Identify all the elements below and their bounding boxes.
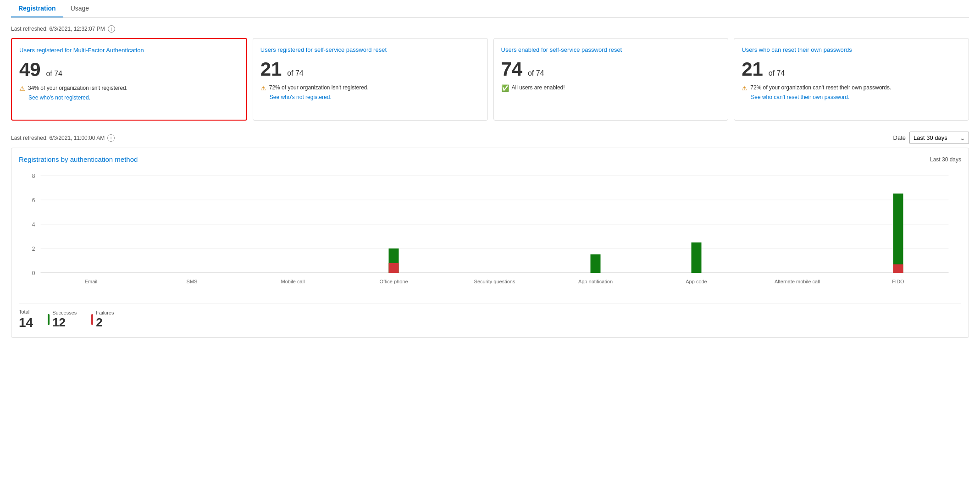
bar-appnotif-success bbox=[591, 254, 601, 273]
chart-section: Registrations by authentication method L… bbox=[11, 148, 969, 338]
svg-text:Security questions: Security questions bbox=[474, 279, 515, 284]
chart-footer: Total 14 Successes 12 Failures 2 bbox=[19, 303, 961, 330]
date-filter-row: Date Last 30 days Last 7 days Last 24 ho… bbox=[893, 132, 969, 144]
warn-icon-sspr: ⚠ bbox=[260, 84, 266, 92]
card-mfa: Users registered for Multi-Factor Authen… bbox=[11, 38, 247, 121]
card-sspr-title[interactable]: Users registered for self-service passwo… bbox=[260, 46, 480, 54]
failure-color bbox=[91, 314, 93, 325]
card-reset-warning: ⚠ 72% of your organization can't reset t… bbox=[742, 84, 961, 92]
card-enabled-count: 74 of 74 bbox=[501, 60, 721, 79]
total-value: 14 bbox=[19, 315, 33, 330]
warn-icon-reset: ⚠ bbox=[742, 84, 747, 92]
card-enabled-title[interactable]: Users enabled for self-service password … bbox=[501, 46, 721, 54]
success-label: Successes bbox=[52, 310, 77, 315]
chart-date-range: Last 30 days bbox=[930, 156, 961, 163]
card-sspr-link[interactable]: See who's not registered. bbox=[270, 94, 332, 100]
success-value: 12 bbox=[52, 315, 77, 330]
bar-fido-success bbox=[893, 193, 903, 273]
svg-text:0: 0 bbox=[32, 270, 35, 276]
card-reset-link[interactable]: See who can't reset their own password. bbox=[751, 94, 849, 100]
last-refreshed-top: Last refreshed: 6/3/2021, 12:32:07 PM i bbox=[11, 25, 969, 33]
svg-text:6: 6 bbox=[32, 197, 35, 204]
bar-appcode-success bbox=[692, 243, 702, 273]
svg-text:SMS: SMS bbox=[187, 279, 198, 284]
svg-text:FIDO: FIDO bbox=[892, 279, 904, 284]
bar-chart-svg: 8 6 4 2 0 bbox=[19, 169, 961, 292]
svg-text:Mobile call: Mobile call bbox=[281, 279, 305, 284]
tab-registration[interactable]: Registration bbox=[11, 0, 63, 17]
warn-icon-mfa: ⚠ bbox=[19, 85, 25, 92]
success-icon-enabled: ✅ bbox=[501, 84, 509, 92]
svg-text:2: 2 bbox=[32, 246, 35, 252]
card-reset: Users who can reset their own passwords … bbox=[734, 38, 969, 121]
card-mfa-link[interactable]: See who's not registered. bbox=[28, 94, 90, 101]
svg-text:8: 8 bbox=[32, 173, 35, 179]
card-enabled-success: ✅ All users are enabled! bbox=[501, 84, 721, 92]
card-sspr: Users registered for self-service passwo… bbox=[253, 38, 488, 121]
date-label: Date bbox=[893, 134, 906, 141]
total-stat: Total 14 bbox=[19, 309, 33, 330]
failure-label: Failures bbox=[96, 310, 114, 315]
svg-text:Alternate mobile call: Alternate mobile call bbox=[775, 279, 820, 284]
card-mfa-count: 49 of 74 bbox=[19, 60, 239, 79]
failure-legend: Failures 2 bbox=[91, 310, 114, 330]
svg-text:App code: App code bbox=[686, 279, 707, 284]
svg-text:App notification: App notification bbox=[578, 279, 613, 284]
success-legend: Successes 12 bbox=[48, 310, 77, 330]
card-mfa-warning: ⚠ 34% of your organization isn't registe… bbox=[19, 85, 239, 92]
card-sspr-warning: ⚠ 72% of your organization isn't registe… bbox=[260, 84, 480, 92]
card-enabled: Users enabled for self-service password … bbox=[493, 38, 729, 121]
bar-office-failure bbox=[389, 263, 399, 273]
tab-usage[interactable]: Usage bbox=[63, 0, 96, 17]
date-select-wrapper: Last 30 days Last 7 days Last 24 hours bbox=[909, 132, 969, 144]
card-reset-title[interactable]: Users who can reset their own passwords bbox=[742, 46, 961, 54]
card-sspr-count: 21 of 74 bbox=[260, 60, 480, 79]
success-color bbox=[48, 314, 50, 325]
card-mfa-title[interactable]: Users registered for Multi-Factor Authen… bbox=[19, 46, 239, 55]
bar-fido-failure bbox=[893, 264, 903, 273]
failure-value: 2 bbox=[96, 315, 114, 330]
chart-title: Registrations by authentication method bbox=[19, 155, 138, 163]
chart-header: Registrations by authentication method L… bbox=[19, 155, 961, 163]
date-select[interactable]: Last 30 days Last 7 days Last 24 hours bbox=[909, 132, 969, 144]
svg-text:Office phone: Office phone bbox=[379, 279, 408, 284]
svg-text:Email: Email bbox=[85, 279, 98, 284]
info-icon-top[interactable]: i bbox=[108, 25, 115, 33]
summary-cards: Users registered for Multi-Factor Authen… bbox=[11, 38, 969, 121]
svg-text:4: 4 bbox=[32, 221, 35, 228]
total-label: Total bbox=[19, 309, 33, 314]
tabs-row: Registration Usage bbox=[11, 0, 969, 18]
card-reset-count: 21 of 74 bbox=[742, 60, 961, 79]
last-refreshed-bottom: Last refreshed: 6/3/2021, 11:00:00 AM i bbox=[11, 134, 115, 142]
info-icon-bottom[interactable]: i bbox=[107, 134, 115, 142]
